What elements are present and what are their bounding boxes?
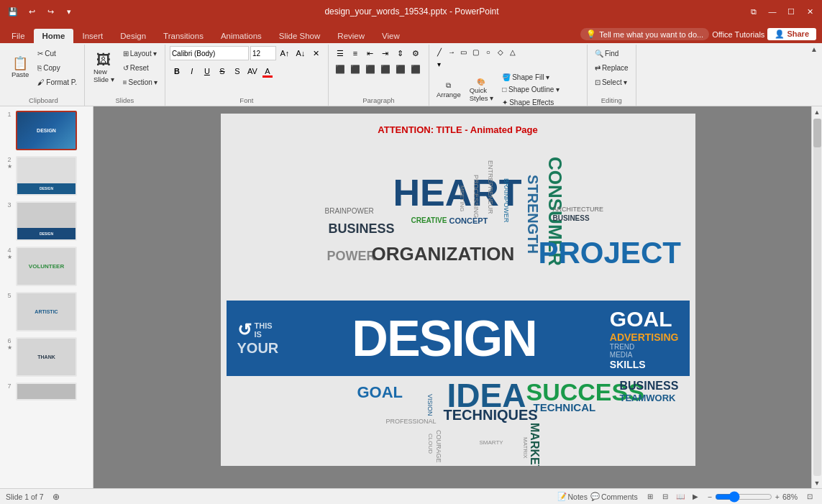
bullets-btn[interactable]: ☰ — [333, 46, 347, 60]
tell-me-input[interactable]: 💡 Tell me what you want to do... — [580, 28, 709, 40]
bold-button[interactable]: B — [170, 64, 184, 78]
align-center-btn[interactable]: ⬛ — [348, 62, 362, 76]
slide-show-btn[interactable]: ▶ — [689, 491, 702, 503]
minimize-window-btn[interactable]: — — [766, 5, 779, 18]
reading-view-btn[interactable]: 📖 — [674, 491, 687, 503]
decrease-font-btn[interactable]: A↓ — [293, 46, 308, 60]
columns-btn[interactable]: ⬛ — [393, 62, 408, 76]
slide-thumbnail-5[interactable]: ARTISTIC — [16, 292, 77, 331]
save-qat-btn[interactable]: 💾 — [6, 4, 20, 19]
shape-rect-btn[interactable]: ▭ — [458, 46, 470, 58]
shape-rounded-rect-btn[interactable]: ▢ — [470, 46, 482, 58]
shape-arrow-btn[interactable]: → — [446, 46, 457, 58]
slide-thumb-3[interactable]: 3 DESIGN — [4, 200, 88, 242]
copy-button[interactable]: ⎘ Copy — [35, 63, 80, 73]
shape-triangle-btn[interactable]: △ — [507, 46, 519, 58]
clear-format-btn[interactable]: ✕ — [309, 46, 324, 60]
comments-btn[interactable]: 💬 Comments — [590, 492, 638, 501]
slide-thumb-7[interactable]: 7 — [4, 381, 88, 402]
shape-line-btn[interactable]: ╱ — [434, 46, 445, 58]
increase-indent-btn[interactable]: ⇥ — [378, 46, 393, 60]
undo-qat-btn[interactable]: ↩ — [24, 4, 39, 19]
slide-thumb-2[interactable]: 2★ DESIGN — [4, 155, 88, 197]
shape-diamond-btn[interactable]: ◇ — [495, 46, 506, 58]
shape-oval-btn[interactable]: ○ — [483, 46, 494, 58]
tab-transitions[interactable]: Transitions — [155, 29, 212, 43]
format-painter-button[interactable]: 🖌 Format P. — [35, 78, 80, 87]
scroll-track[interactable] — [813, 119, 821, 476]
tab-view[interactable]: View — [373, 29, 408, 43]
shape-fill-button[interactable]: 🪣 Shape Fill ▾ — [499, 73, 562, 82]
section-button[interactable]: ≡ Section ▾ — [120, 78, 160, 87]
tab-home[interactable]: Home — [34, 29, 74, 43]
restore-window-btn[interactable]: ⧉ — [747, 5, 760, 18]
share-button[interactable]: 👤 Share — [767, 28, 816, 40]
increase-font-btn[interactable]: A↑ — [278, 46, 292, 60]
slide-thumbnail-1[interactable]: DESIGN — [16, 111, 77, 150]
line-spacing-btn[interactable]: ⬛ — [408, 62, 423, 76]
slide-thumb-1[interactable]: 1 DESIGN — [4, 109, 88, 152]
justify-btn[interactable]: ⬛ — [378, 62, 393, 76]
fit-slide-btn[interactable]: ⊡ — [803, 491, 816, 503]
font-size-input[interactable] — [250, 46, 276, 60]
font-name-input[interactable] — [170, 46, 249, 60]
align-left-btn[interactable]: ⬛ — [333, 62, 347, 76]
zoom-slider[interactable] — [715, 491, 772, 503]
align-right-btn[interactable]: ⬛ — [363, 62, 378, 76]
convert-to-smartart-btn[interactable]: ⚙ — [408, 46, 423, 60]
tab-slideshow[interactable]: Slide Show — [270, 29, 329, 43]
slide-thumbnail-3[interactable]: DESIGN — [16, 201, 77, 241]
redo-qat-btn[interactable]: ↪ — [43, 4, 58, 19]
slide-thumb-5[interactable]: 5 ARTISTIC — [4, 290, 88, 333]
shape-effects-button[interactable]: ✦ Shape Effects — [499, 98, 562, 107]
scroll-thumb[interactable] — [813, 119, 821, 147]
tab-file[interactable]: File — [3, 29, 34, 43]
paste-button[interactable]: 📋 Paste — [7, 46, 33, 89]
notes-btn[interactable]: 📝 Notes — [557, 492, 588, 501]
tab-insert[interactable]: Insert — [73, 29, 111, 43]
canvas-area[interactable]: ATTENTION: TITLE - Animated Page HEART C… — [93, 106, 822, 488]
text-direction-btn[interactable]: ⇕ — [393, 46, 408, 60]
tab-design[interactable]: Design — [111, 29, 155, 43]
slide-thumbnail-6[interactable]: THANK — [16, 337, 77, 377]
font-color-btn[interactable]: A — [260, 64, 275, 78]
arrange-button[interactable]: ⧉ Arrange — [434, 80, 464, 100]
slide-thumb-4[interactable]: 4★ VOLUNTEER — [4, 245, 88, 288]
tab-review[interactable]: Review — [329, 29, 373, 43]
scroll-up-arrow[interactable]: ▲ — [812, 106, 823, 117]
right-scrollbar[interactable]: ▲ ▼ — [811, 106, 822, 488]
find-button[interactable]: 🔍 Find — [592, 49, 631, 58]
accessibility-icon[interactable]: ⊕ — [52, 492, 60, 502]
slide-panel[interactable]: 1 DESIGN 2★ DESIGN 3 — [0, 106, 93, 488]
normal-view-btn[interactable]: ⊞ — [644, 491, 657, 503]
slide-canvas[interactable]: ATTENTION: TITLE - Animated Page HEART C… — [221, 114, 695, 466]
select-button[interactable]: ⊡ Select ▾ — [592, 78, 631, 87]
zoom-out-btn[interactable]: − — [708, 492, 712, 501]
tab-animations[interactable]: Animations — [212, 29, 270, 43]
decrease-indent-btn[interactable]: ⇤ — [363, 46, 378, 60]
close-window-btn[interactable]: ✕ — [803, 5, 816, 18]
scroll-down-arrow[interactable]: ▼ — [812, 477, 823, 488]
zoom-in-btn[interactable]: + — [775, 492, 780, 501]
quick-styles-button[interactable]: 🎨 QuickStyles ▾ — [467, 76, 497, 104]
slide-thumb-6[interactable]: 6★ THANK — [4, 336, 88, 378]
replace-button[interactable]: ⇄ Replace — [592, 63, 631, 73]
slide-thumbnail-2[interactable]: DESIGN — [16, 156, 77, 196]
italic-button[interactable]: I — [185, 64, 199, 78]
layout-button[interactable]: ⊞ Layout ▾ — [120, 49, 160, 58]
slide-thumbnail-7[interactable] — [16, 382, 77, 400]
numbering-btn[interactable]: ≡ — [348, 46, 362, 60]
cut-button[interactable]: ✂ Cut — [35, 49, 80, 58]
strikethrough-button[interactable]: S — [215, 64, 229, 78]
customize-qat-btn[interactable]: ▾ — [62, 4, 76, 19]
new-slide-button[interactable]: 🖼 NewSlide ▾ — [89, 46, 119, 89]
shape-more-btn[interactable]: ▾ — [434, 58, 445, 70]
collapse-ribbon-btn[interactable]: ▲ — [810, 45, 818, 53]
reset-button[interactable]: ↺ Reset — [120, 63, 160, 73]
slide-sorter-btn[interactable]: ⊟ — [659, 491, 672, 503]
char-spacing-btn[interactable]: AV — [245, 64, 260, 78]
shadow-button[interactable]: S — [230, 64, 245, 78]
underline-button[interactable]: U — [200, 64, 214, 78]
office-tutorials-link[interactable]: Office Tutorials — [712, 30, 764, 39]
maximize-window-btn[interactable]: ☐ — [785, 5, 798, 18]
